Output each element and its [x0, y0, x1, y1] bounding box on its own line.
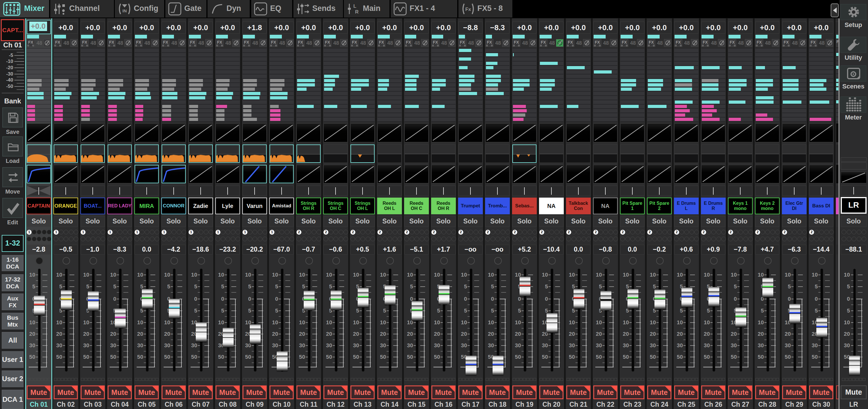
svg-text:Fx: Fx	[465, 7, 471, 12]
svg-text:R: R	[355, 9, 359, 14]
svg-text:IN: IN	[123, 8, 127, 13]
svg-text:L: L	[353, 3, 356, 9]
